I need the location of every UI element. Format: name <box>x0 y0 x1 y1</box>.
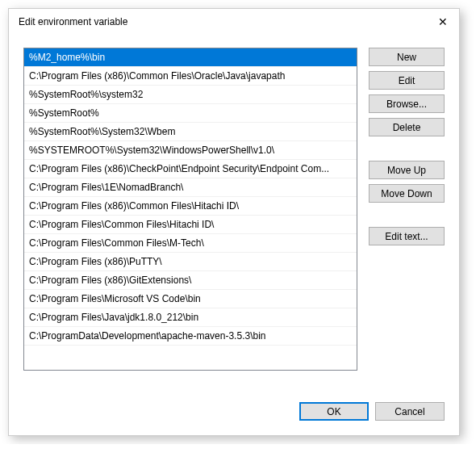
ok-button[interactable]: OK <box>299 402 369 421</box>
edit-text-button[interactable]: Edit text... <box>369 227 445 245</box>
list-item[interactable]: C:\Program Files (x86)\PuTTY\ <box>24 253 357 271</box>
edit-button[interactable]: Edit <box>369 71 445 90</box>
dialog-window: Edit environment variable ✕ %M2_home%\bi… <box>8 8 460 436</box>
content-area: %M2_home%\binC:\Program Files (x86)\Comm… <box>9 35 459 394</box>
list-item[interactable]: C:\Program Files\Java\jdk1.8.0_212\bin <box>24 308 357 327</box>
move-down-button[interactable]: Move Down <box>369 184 445 203</box>
list-item[interactable]: C:\ProgramData\Development\apache-maven-… <box>24 327 357 346</box>
list-item[interactable]: C:\Program Files (x86)\CheckPoint\Endpoi… <box>24 160 357 178</box>
dialog-footer: OK Cancel <box>9 394 459 435</box>
move-up-button[interactable]: Move Up <box>369 161 445 179</box>
spacer <box>369 141 445 156</box>
list-item[interactable]: %SystemRoot%\System32\Wbem <box>24 123 357 141</box>
cancel-button[interactable]: Cancel <box>375 402 445 421</box>
list-item[interactable]: C:\Program Files (x86)\Common Files\Hita… <box>24 197 357 216</box>
list-item[interactable]: %M2_home%\bin <box>24 48 357 67</box>
list-item[interactable]: %SYSTEMROOT%\System32\WindowsPowerShell\… <box>24 141 357 160</box>
delete-button[interactable]: Delete <box>369 118 445 136</box>
browse-button[interactable]: Browse... <box>369 94 445 113</box>
list-item[interactable]: C:\Program Files\Microsoft VS Code\bin <box>24 290 357 308</box>
spacer <box>369 208 445 222</box>
list-item[interactable]: C:\Program Files\1E\NomadBranch\ <box>24 178 357 197</box>
window-title: Edit environment variable <box>19 16 127 27</box>
list-item[interactable]: C:\Program Files\Common Files\M-Tech\ <box>24 234 357 253</box>
list-item[interactable]: %SystemRoot%\system32 <box>24 86 357 104</box>
list-item[interactable]: C:\Program Files (x86)\GitExtensions\ <box>24 271 357 290</box>
list-item[interactable]: C:\Program Files (x86)\Common Files\Orac… <box>24 67 357 86</box>
list-item[interactable]: %SystemRoot% <box>24 104 357 123</box>
new-button[interactable]: New <box>369 48 445 66</box>
path-listbox[interactable]: %M2_home%\binC:\Program Files (x86)\Comm… <box>23 48 357 371</box>
close-icon[interactable]: ✕ <box>436 15 449 28</box>
list-item[interactable]: C:\Program Files\Common Files\Hitachi ID… <box>24 216 357 234</box>
titlebar: Edit environment variable ✕ <box>9 9 459 35</box>
button-column: New Edit Browse... Delete Move Up Move D… <box>369 48 445 388</box>
